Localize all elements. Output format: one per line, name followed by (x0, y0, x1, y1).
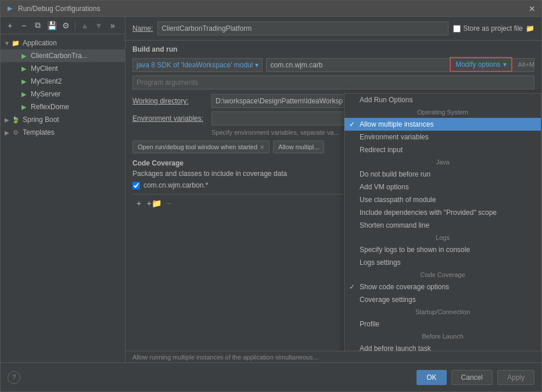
remove-config-button[interactable]: − (18, 20, 30, 31)
coverage-item-checkbox[interactable] (132, 182, 140, 189)
name-row: Name: Store as project file 📁 (125, 17, 541, 41)
copy-config-button[interactable]: ⧉ (32, 20, 44, 31)
dropdown-include-dependencies[interactable]: Include dependencies with "Provided" sco… (344, 206, 541, 219)
dropdown-environment-variables-label: Environment variables (360, 133, 429, 141)
sidebar-item-myclient2[interactable]: ▶ MyClient2 (1, 75, 125, 88)
coverage-item-label[interactable]: com.cn.wjm.carbon.* (143, 181, 208, 189)
dropdown-show-coverage-options-label: Show code coverage options (360, 283, 449, 291)
program-args-input[interactable] (132, 75, 534, 89)
modify-options-chevron: ▾ (503, 60, 507, 69)
dropdown-show-coverage-options[interactable]: ✓ Show code coverage options (344, 280, 541, 293)
coverage-remove-button[interactable]: − (163, 197, 175, 210)
dropdown-allow-multiple-label: Allow multiple instances (360, 120, 433, 128)
toolbar-separator (75, 21, 76, 30)
store-project-label[interactable]: Store as project file (463, 24, 523, 33)
bottom-buttons: OK Cancel Apply (417, 370, 534, 385)
logs-header-label: Logs (436, 234, 450, 241)
more-options-button[interactable]: » (107, 20, 119, 31)
close-button[interactable]: ✕ (527, 4, 537, 13)
os-header-label: Operating System (417, 109, 468, 116)
sidebar-item-reflexdome[interactable]: ▶ ReflexDome (1, 100, 125, 113)
dropdown-java-header: Java (344, 156, 541, 168)
move-down-button[interactable]: ▼ (93, 20, 105, 31)
clientcarbon-label: ClientCarbonTra... (31, 52, 88, 60)
dropdown-use-classpath[interactable]: Use classpath of module (344, 193, 541, 206)
store-project-checkbox[interactable] (453, 25, 461, 33)
application-group-label: Application (23, 39, 57, 47)
application-folder-icon: 📁 (11, 38, 20, 48)
name-input[interactable] (157, 21, 448, 35)
sdk-dropdown-label: java 8 SDK of 'IdeaWorkspace' modul (137, 61, 253, 69)
run-myserver-icon: ▶ (19, 89, 28, 99)
myserver-label: MyServer (31, 90, 60, 98)
dropdown-add-before-launch-label: Add before launch task (360, 344, 431, 351)
run-myclient2-icon: ▶ (19, 77, 28, 86)
allow-multiple-check-icon: ✓ (349, 120, 355, 128)
dropdown-coverage-settings-label: Coverage settings (360, 296, 416, 304)
sidebar-item-clientcarbon[interactable]: ▶ ClientCarbonTra... (1, 49, 125, 62)
dropdown-specify-logs-label: Specify logs to be shown in console (360, 246, 470, 254)
sidebar-toolbar: + − ⧉ 💾 ⚙ ▲ ▼ » (1, 17, 125, 34)
expand-application-icon: ▼ (3, 39, 11, 47)
dropdown-operating-system-header: Operating System (344, 106, 541, 118)
tool-window-tag-label: Open run/debug tool window when started (138, 143, 257, 150)
dropdown-add-vm-options-label: Add VM options (360, 183, 409, 191)
apply-button[interactable]: Apply (497, 370, 534, 385)
config-body: Build and run java 8 SDK of 'IdeaWorkspa… (125, 41, 541, 351)
dropdown-profile-label: Profile (360, 320, 379, 328)
sidebar-item-myclient[interactable]: ▶ MyClient (1, 62, 125, 75)
reflexdome-label: ReflexDome (31, 103, 69, 111)
settings-config-button[interactable]: ⚙ (60, 20, 71, 31)
springboot-icon: 🍃 (11, 115, 20, 124)
dropdown-add-run-options[interactable]: Add Run Options (344, 93, 541, 106)
coverage-add-button[interactable]: + (132, 197, 145, 210)
name-label: Name: (132, 24, 153, 33)
sidebar-item-myserver[interactable]: ▶ MyServer (1, 88, 125, 100)
tool-window-tag-close[interactable]: ✕ (260, 144, 264, 150)
save-config-button[interactable]: 💾 (46, 20, 58, 31)
status-text: Allow running multiple instances of the … (132, 354, 318, 361)
dialog-icon: ▶ (5, 4, 15, 13)
dropdown-code-coverage-header: Code Coverage (344, 269, 541, 280)
program-args-row (132, 75, 534, 89)
expand-springboot-icon: ▶ (3, 116, 11, 124)
run-clientcarbon-icon: ▶ (19, 51, 28, 60)
dropdown-allow-multiple[interactable]: ✓ Allow multiple instances (344, 118, 541, 131)
myclient2-label: MyClient2 (31, 77, 62, 85)
dropdown-do-not-build[interactable]: Do not build before run (344, 168, 541, 181)
modify-options-area: Modify options ▾ Alt+M (450, 57, 534, 72)
expand-myclient2-icon (11, 77, 19, 85)
tool-window-tag[interactable]: Open run/debug tool window when started … (132, 141, 270, 153)
expand-clientcarbon-icon (11, 52, 19, 60)
modify-options-button[interactable]: Modify options ▾ (450, 57, 512, 72)
dropdown-do-not-build-label: Do not build before run (360, 170, 430, 178)
cancel-button[interactable]: Cancel (451, 370, 493, 385)
dropdown-specify-logs[interactable]: Specify logs to be shown in console (344, 243, 541, 256)
sidebar-item-application[interactable]: ▼ 📁 Application (1, 37, 125, 49)
dropdown-coverage-settings[interactable]: Coverage settings (344, 293, 541, 306)
allow-multiple-tag[interactable]: Allow multipl... (273, 141, 324, 153)
run-debug-dialog: ▶ Run/Debug Configurations ✕ + − ⧉ 💾 ⚙ ▲… (0, 0, 542, 392)
dialog-title: Run/Debug Configurations (18, 5, 527, 13)
sidebar-item-springboot[interactable]: ▶ 🍃 Spring Boot (1, 113, 125, 126)
sdk-dropdown-chevron: ▾ (255, 61, 259, 69)
dropdown-environment-variables[interactable]: Environment variables (344, 131, 541, 143)
add-config-button[interactable]: + (4, 20, 16, 31)
dropdown-shorten-command[interactable]: Shorten command line (344, 219, 541, 232)
expand-reflexdome-icon (11, 103, 19, 111)
dropdown-redirect-input[interactable]: Redirect input (344, 143, 541, 156)
sdk-dropdown[interactable]: java 8 SDK of 'IdeaWorkspace' modul ▾ (132, 58, 263, 72)
dropdown-add-vm-options[interactable]: Add VM options (344, 181, 541, 193)
help-button[interactable]: ? (8, 371, 20, 384)
dropdown-logs-settings[interactable]: Logs settings (344, 256, 541, 269)
dropdown-add-before-launch[interactable]: Add before launch task (344, 342, 541, 351)
sidebar-item-templates[interactable]: ▶ ⚙ Templates (1, 126, 125, 139)
ok-button[interactable]: OK (417, 370, 446, 385)
dropdown-logs-settings-label: Logs settings (360, 258, 401, 267)
sidebar: + − ⧉ 💾 ⚙ ▲ ▼ » ▼ 📁 Application (1, 17, 125, 362)
move-up-button[interactable]: ▲ (79, 20, 91, 31)
coverage-add-dir-button[interactable]: +📁 (148, 197, 160, 210)
dropdown-include-dependencies-label: Include dependencies with "Provided" sco… (360, 208, 497, 217)
dropdown-profile[interactable]: Profile (344, 318, 541, 330)
dropdown-before-launch-header: Before Launch (344, 330, 541, 342)
